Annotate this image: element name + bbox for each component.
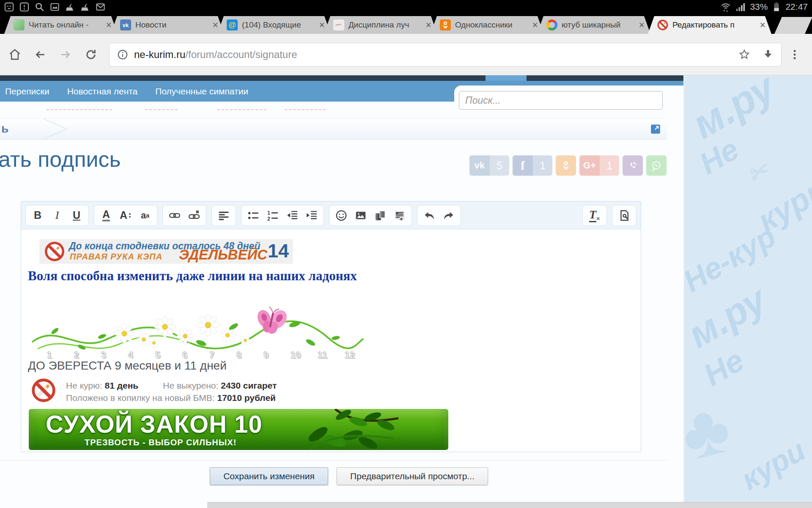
tab-close-button[interactable]: × <box>760 19 765 31</box>
share-count: 5 <box>490 155 509 176</box>
share-whatsapp-button[interactable] <box>646 155 667 176</box>
insert-link-button[interactable] <box>165 206 184 225</box>
font-family-button[interactable]: aa <box>135 206 155 225</box>
dry-law-title: СУХОЙ ЗАКОН 10 <box>46 410 263 438</box>
download-button[interactable] <box>762 48 774 61</box>
tab-discipline[interactable]: Дисциплина луч × <box>324 16 437 34</box>
bullet-list-button[interactable] <box>244 206 263 225</box>
bookmark-star-button[interactable] <box>738 48 751 61</box>
search-panel <box>454 86 683 118</box>
wifi-icon <box>720 1 731 12</box>
tab-close-button[interactable]: × <box>319 19 325 31</box>
page-info-icon[interactable] <box>116 48 129 61</box>
tab-label: Одноклассники <box>455 20 530 30</box>
stat-label: Положено в копилку на новый БМВ: <box>66 393 215 403</box>
source-mode-button[interactable] <box>614 206 634 225</box>
ok-favicon <box>440 19 451 30</box>
tab-close-button[interactable]: × <box>532 19 538 31</box>
garland-number: 10 <box>291 350 301 361</box>
watermark-text: кури <box>735 433 811 497</box>
ok-icon <box>556 155 576 176</box>
browser-menu-button[interactable] <box>788 47 801 62</box>
tab-strip: Читать онлайн - × vk Новости × @ (104) В… <box>0 14 812 34</box>
share-viber-button[interactable] <box>623 155 643 176</box>
status-bar: 33% 22:47 <box>0 0 812 14</box>
share-ok-button[interactable] <box>556 155 576 176</box>
numbered-list-button[interactable]: 12 <box>263 206 283 225</box>
tab-read-online[interactable]: Читать онлайн - × <box>4 16 118 34</box>
svg-text:2: 2 <box>267 215 270 221</box>
align-button[interactable] <box>214 206 233 225</box>
font-size-button[interactable]: A▲▼ <box>116 206 135 225</box>
url-bar[interactable]: ne-kurim.ru/forum/account/signature <box>109 43 782 66</box>
share-count: 1 <box>533 155 552 176</box>
quit-smoking-stats: Не курю: 81 деньНе выкурено: 2430 сигаре… <box>29 377 363 405</box>
underline-button[interactable]: U <box>67 206 86 225</box>
italic-button[interactable]: I <box>47 206 67 225</box>
garland-number: 12 <box>345 350 355 361</box>
nav-link-newsfeed[interactable]: Новостная лента <box>67 86 138 97</box>
tab-close-button[interactable]: × <box>639 19 645 31</box>
watermark-text: м.ру <box>684 75 782 148</box>
content-divider <box>0 460 667 461</box>
reload-button[interactable] <box>84 47 98 62</box>
tab-close-button[interactable]: × <box>213 19 218 31</box>
vk-icon: vk <box>469 155 490 176</box>
search-input[interactable] <box>459 91 663 110</box>
tab-edit-signature-active[interactable]: Редактировать п × <box>648 16 771 34</box>
tab-odnoklassniki[interactable]: Одноклассники × <box>431 16 544 34</box>
share-gplus-button[interactable]: G+1 <box>579 155 619 176</box>
text-color-button[interactable]: A <box>96 206 116 225</box>
battery-percent: 33% <box>750 2 768 12</box>
bottom-scrollbar[interactable] <box>207 502 812 508</box>
tab-label: ютуб шикарный <box>562 20 636 30</box>
preview-button[interactable]: Предварительный просмотр... <box>337 467 488 485</box>
nav-link-conversations[interactable]: Переписки <box>5 86 49 97</box>
scissors-glyph: ✂ <box>742 155 774 190</box>
tab-vk-news[interactable]: vk Новости × <box>111 16 224 34</box>
garland-number: 11 <box>318 350 327 361</box>
outdent-button[interactable] <box>283 206 302 225</box>
signal-icon <box>735 1 746 12</box>
faded-link-underline <box>217 108 266 110</box>
insert-image-button[interactable] <box>351 206 370 225</box>
navbar-top-strip <box>0 75 683 81</box>
share-facebook-button[interactable]: f1 <box>513 155 552 176</box>
redo-button[interactable] <box>439 206 458 225</box>
external-link-icon[interactable] <box>650 124 661 135</box>
stat-value: 81 день <box>104 381 138 390</box>
everest-countdown: ДО ЭВЕРЕСТА 9 месяцев и 11 дней <box>28 359 227 373</box>
tab-label: Дисциплина луч <box>348 20 423 30</box>
cleaner-icon <box>65 2 75 12</box>
insert-media-button[interactable] <box>370 206 390 225</box>
indent-button[interactable] <box>302 206 321 225</box>
tab-close-button[interactable]: × <box>106 19 112 31</box>
bold-button[interactable]: B <box>28 206 47 225</box>
save-button[interactable]: Сохранить изменения <box>210 467 328 485</box>
stats-row-1: Не курю: 81 деньНе выкурено: 2430 сигаре… <box>66 379 277 392</box>
page-content: ь ать подпись vk5 f1 G+1 B I U A <box>0 102 683 508</box>
emoji-button[interactable] <box>332 206 351 225</box>
remove-format-button[interactable]: T× <box>585 206 604 225</box>
tab-stub[interactable] <box>774 17 812 34</box>
share-vk-button[interactable]: vk5 <box>469 155 509 176</box>
breadcrumb: ь <box>0 118 667 140</box>
remove-link-button[interactable] <box>184 206 204 225</box>
nav-link-likes[interactable]: Полученные симпатии <box>155 86 248 97</box>
breadcrumb-chevron-icon <box>41 119 71 139</box>
tab-close-button[interactable]: × <box>426 19 431 31</box>
insert-quote-button[interactable] <box>390 206 409 225</box>
forward-button[interactable] <box>58 47 73 62</box>
home-button[interactable] <box>8 47 22 62</box>
undo-button[interactable] <box>420 206 439 225</box>
tab-google-search[interactable]: ютуб шикарный × <box>537 16 650 34</box>
share-count: 1 <box>600 155 619 176</box>
tab-mail-inbox[interactable]: @ (104) Входящие × <box>217 16 331 34</box>
signature-editor[interactable]: B I U A A▲▼ aa 12 <box>21 201 641 452</box>
gallery-app-icon <box>50 2 60 12</box>
back-button[interactable] <box>33 47 47 62</box>
breadcrumb-fragment[interactable]: ь <box>1 122 8 135</box>
stat-value: 2430 сигарет <box>221 381 277 390</box>
browser-toolbar: ne-kurim.ru/forum/account/signature <box>0 34 812 75</box>
faded-link-underline <box>285 108 326 110</box>
